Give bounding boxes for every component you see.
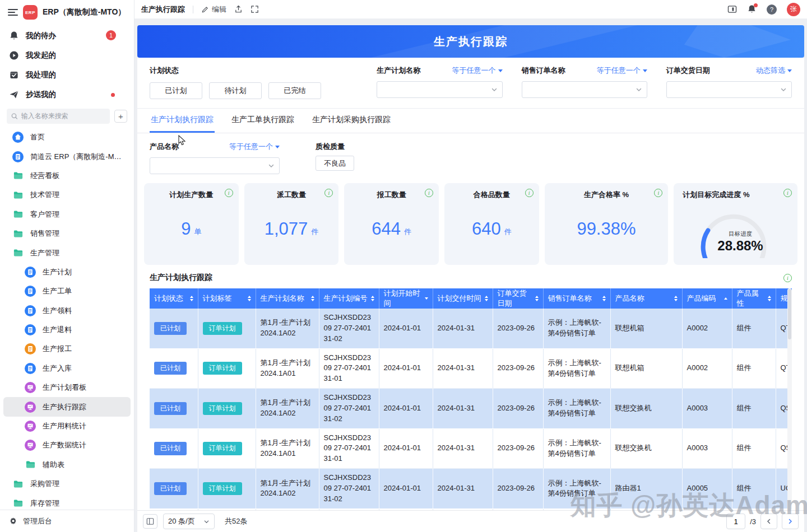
play-circle-icon [9, 50, 19, 60]
stat-title: 合格品数量 [474, 190, 510, 200]
export-button[interactable] [234, 5, 243, 13]
sidebar-item[interactable]: 生产管理 [3, 243, 131, 262]
chevron-down-icon [636, 86, 642, 93]
sidebar-item[interactable]: 技术管理 [3, 185, 131, 204]
filter-operator-dropdown[interactable]: 等于任意一个 [597, 66, 647, 76]
stats-row: 计划生产数量i9单派工数量i1,077件报工数量i644件合格品数量i640件生… [137, 183, 804, 265]
search-input[interactable] [21, 112, 105, 120]
plan-tag-cell: 订单计划 [198, 389, 256, 429]
sidebar-item-todo[interactable]: 我的待办 1 [0, 26, 134, 45]
table-row[interactable]: 已计划订单计划第1月-生产计划 2024.1A02SCJHXSDD2309 27… [150, 309, 792, 348]
table-cell: A0005 [682, 508, 732, 510]
delivery-date-select[interactable] [666, 81, 792, 98]
column-header[interactable]: 计划标签 [198, 288, 256, 309]
column-settings-button[interactable] [143, 514, 157, 529]
info-icon[interactable]: i [225, 189, 233, 197]
sidebar-item[interactable]: 首页 [3, 128, 131, 147]
product-name-select[interactable] [150, 157, 280, 174]
user-avatar[interactable]: 张 [787, 3, 800, 16]
tab-purchase-tracking[interactable]: 生产计划采购执行跟踪 [311, 109, 392, 133]
plan-status-cell: 已计划 [150, 428, 198, 469]
filter-operator-dropdown[interactable]: 等于任意一个 [229, 142, 280, 152]
sidebar-item[interactable]: 生产领料 [3, 301, 131, 320]
table-cell: 组件 [732, 469, 776, 509]
table-scrollbar[interactable] [787, 288, 792, 510]
sidebar-item[interactable]: 经营看板 [3, 166, 131, 185]
dashboard-icon [25, 402, 36, 413]
panel-toggle-button[interactable] [727, 5, 737, 13]
stat-card: 计划生产数量i9单 [144, 183, 239, 265]
table-cell: 2023-09-26 [493, 389, 543, 429]
dashboard-icon [25, 382, 36, 393]
sidebar-item[interactable]: 销售管理 [3, 224, 131, 243]
fullscreen-button[interactable] [251, 5, 259, 13]
sidebar-item[interactable]: 生产计划 [3, 263, 131, 282]
sidebar-item[interactable]: 辅助表 [3, 455, 131, 474]
sidebar-footer[interactable]: 管理后台 [0, 510, 134, 532]
sidebar-item[interactable]: 生产工单 [3, 282, 131, 301]
sidebar-item[interactable]: 采购管理 [3, 474, 131, 493]
info-icon[interactable]: i [783, 189, 792, 197]
help-icon[interactable]: ? [767, 4, 777, 15]
table-row[interactable]: 已计划订单计划第1月-生产计划 2024.1A02SCJHXSDD2309 27… [150, 469, 792, 509]
column-header[interactable]: 销售订单名称 [543, 288, 610, 309]
sidebar-item-processed[interactable]: 我处理的 [0, 65, 134, 85]
table-row[interactable]: 已计划订单计划第1月-生产计划 2024.1A01SCJHXSDD2309 27… [150, 428, 792, 469]
qc-defective-button[interactable]: 不良品 [316, 156, 354, 171]
column-header[interactable]: 产品名称 [610, 288, 682, 309]
column-header[interactable]: 生产计划编号 [319, 288, 379, 309]
sidebar-item[interactable]: 生产入库 [3, 359, 131, 378]
column-header[interactable]: 计划交付时间 [433, 288, 493, 309]
notification-button[interactable] [747, 4, 757, 14]
sidebar-item[interactable]: 生产退料 [3, 320, 131, 339]
table-row[interactable]: 已计划订单计划第1月-生产计划 2024.1A01SCJHXSDD2309 27… [150, 508, 792, 510]
column-header[interactable]: 订单交货日期 [493, 288, 543, 309]
tab-workorder-tracking[interactable]: 生产工单执行跟踪 [230, 109, 295, 133]
sidebar-item[interactable]: 简道云 ERP（离散制造-MTO）… [3, 147, 131, 166]
page-size-select[interactable]: 20 条/页 [163, 514, 215, 529]
sidebar-item[interactable]: 客户管理 [3, 205, 131, 224]
prev-page-button[interactable] [760, 514, 777, 529]
sidebar-item[interactable]: 库存管理 [3, 493, 131, 510]
info-icon[interactable]: i [783, 274, 792, 282]
sales-order-select[interactable] [522, 81, 647, 98]
info-icon[interactable]: i [324, 189, 333, 197]
page-number-input[interactable] [726, 514, 745, 529]
table-cell: 第1月-生产计划 2024.1A02 [256, 469, 319, 509]
info-icon[interactable]: i [525, 189, 534, 197]
info-icon[interactable]: i [654, 189, 662, 197]
column-header[interactable]: 计划状态 [150, 288, 198, 309]
plan-name-select[interactable] [377, 81, 502, 98]
column-header[interactable]: 产品编码 [682, 288, 732, 309]
search-box[interactable] [7, 109, 110, 124]
info-icon[interactable]: i [425, 189, 433, 197]
sidebar-item-cc[interactable]: 抄送我的 [0, 85, 134, 104]
folder-icon [12, 189, 24, 200]
column-header[interactable]: 生产计划名称 [256, 288, 319, 309]
add-button[interactable]: + [114, 110, 127, 123]
plan-status-cell: 已计划 [150, 469, 198, 509]
table-cell: 2023-09-26 [493, 469, 543, 509]
filter-operator-dropdown[interactable]: 等于任意一个 [452, 66, 503, 76]
table-row[interactable]: 已计划订单计划第1月-生产计划 2024.1A01SCJHXSDD2309 27… [150, 348, 792, 389]
table-columns-icon [146, 517, 154, 525]
edit-button[interactable]: 编辑 [201, 4, 226, 15]
sidebar: ERP ERP（离散制造-MTO） 我的待办 1 我发起的 我处理的 抄送我的 [0, 0, 134, 532]
status-filter-planned[interactable]: 已计划 [150, 82, 202, 99]
sidebar-item[interactable]: 生产用料统计 [3, 417, 131, 436]
status-filter-closed[interactable]: 已完结 [268, 82, 321, 99]
column-header[interactable]: 计划开始时间 [379, 288, 433, 309]
sidebar-item-initiated[interactable]: 我发起的 [0, 45, 134, 65]
sidebar-item[interactable]: 生产报工 [3, 339, 131, 358]
sidebar-item[interactable]: 生产执行跟踪 [3, 397, 131, 416]
filter-operator-dropdown[interactable]: 动态筛选 [756, 66, 792, 76]
sidebar-item[interactable]: 生产数据统计 [3, 436, 131, 455]
column-header[interactable]: 产品属性 [732, 288, 776, 309]
sidebar-item[interactable]: 生产计划看板 [3, 378, 131, 397]
next-page-button[interactable] [782, 514, 799, 529]
menu-toggle-icon[interactable] [8, 9, 18, 16]
table-row[interactable]: 已计划订单计划第1月-生产计划 2024.1A02SCJHXSDD2309 27… [150, 389, 792, 429]
quick-menu: 我的待办 1 我发起的 我处理的 抄送我的 [0, 25, 134, 105]
tab-plan-tracking[interactable]: 生产计划执行跟踪 [150, 109, 215, 133]
status-filter-pending[interactable]: 待计划 [209, 82, 262, 99]
